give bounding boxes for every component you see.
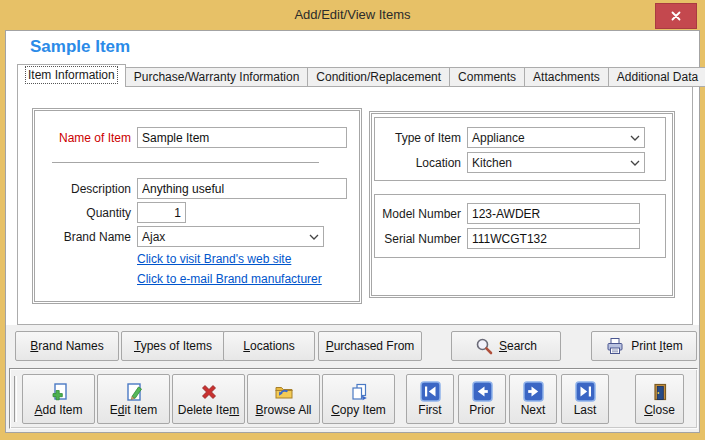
type-of-item-value: Appliance [472,131,630,145]
model-number-label: Model Number [375,207,467,221]
name-of-item-input[interactable] [137,127,347,148]
item-classification-groupbox: Type of Item Appliance Location Kitchen [369,111,675,298]
dialog-window: Add/Edit/View Items Sample Item Item Inf… [0,0,705,440]
quantity-input[interactable] [137,202,186,223]
browse-all-button[interactable]: Browse All [247,374,320,424]
serial-number-label: Serial Number [375,232,467,246]
edit-item-button[interactable]: Edit Item [97,374,170,424]
first-record-button[interactable]: First [406,374,454,424]
tab-purchase-warranty-information[interactable]: Purchase/Warranty Information [125,67,309,87]
brand-name-row: Brand Name Ajax [35,226,359,247]
tab-additional-data[interactable]: Additional Data [608,67,705,87]
quantity-label: Quantity [35,206,137,220]
tab-item-information[interactable]: Item Information [17,64,126,87]
nav-prior-icon [472,381,493,402]
brand-email-link[interactable]: Click to e-mail Brand manufacturer [137,272,322,286]
item-title-heading: Sample Item [30,37,130,57]
tab-label: Item Information [26,67,117,83]
button-label: Locations [243,339,294,353]
nav-first-icon [420,381,441,402]
lower-button-zone: Brand Names Types of Items Locations Pur… [6,325,699,432]
tab-label: Additional Data [617,70,698,84]
button-label: Brand Names [30,339,103,353]
tab-attachments[interactable]: Attachments [524,67,609,87]
model-number-input[interactable] [467,203,640,224]
prior-record-button[interactable]: Prior [458,374,506,424]
serial-number-input[interactable] [467,228,640,249]
titlebar: Add/Edit/View Items [0,0,705,30]
copy-pages-icon [349,382,369,402]
chevron-down-icon [630,160,640,166]
search-button[interactable]: Search [451,331,561,361]
types-of-items-button[interactable]: Types of Items [121,331,225,361]
close-x-icon [670,10,682,22]
button-label: Prior [469,404,494,417]
window-close-button[interactable] [655,3,697,29]
name-of-item-row: Name of Item [35,127,359,148]
location-value: Kitchen [472,156,630,170]
serial-number-row: Serial Number [375,228,665,249]
brand-website-link[interactable]: Click to visit Brand's web site [137,252,291,266]
locations-button[interactable]: Locations [223,331,315,361]
tab-comments[interactable]: Comments [449,67,525,87]
location-label: Location [375,156,467,170]
button-label: Last [574,404,597,417]
copy-item-button[interactable]: Copy Item [322,374,395,424]
toolbar-gripper[interactable] [14,376,17,422]
window-title: Add/Edit/View Items [294,7,410,22]
description-input[interactable] [137,178,347,199]
close-button[interactable]: Close [635,374,684,424]
brand-names-button[interactable]: Brand Names [15,331,119,361]
button-label: Print Item [631,339,682,353]
button-label: Edit Item [110,404,157,417]
last-record-button[interactable]: Last [561,374,609,424]
model-serial-panel: Model Number Serial Number [374,194,666,258]
add-item-button[interactable]: Add Item [22,374,95,424]
print-item-button[interactable]: Print Item [591,331,697,361]
button-label: Purchased From [326,339,415,353]
dialog-client: Sample Item Item Information Purchase/Wa… [5,30,700,433]
purchased-from-button[interactable]: Purchased From [318,331,422,361]
chevron-down-icon [309,234,319,240]
chevron-down-icon [630,135,640,141]
tab-label: Attachments [533,70,600,84]
button-label: Search [499,339,537,353]
search-icon [475,337,493,355]
delete-item-button[interactable]: Delete Item [172,374,245,424]
tab-label: Purchase/Warranty Information [134,70,300,84]
button-label: Delete Item [178,404,239,417]
door-icon [650,382,670,402]
tab-label: Condition/Replacement [316,70,441,84]
delete-x-icon [199,382,219,402]
description-label: Description [35,182,137,196]
next-record-button[interactable]: Next [509,374,557,424]
brand-name-value: Ajax [142,230,309,244]
button-label: Add Item [34,404,82,417]
tab-condition-replacement[interactable]: Condition/Replacement [307,67,450,87]
button-label: Types of Items [134,339,212,353]
brand-name-label: Brand Name [35,230,137,244]
nav-last-icon [575,381,596,402]
type-of-item-label: Type of Item [375,131,467,145]
edit-pencil-icon [124,382,144,402]
nav-next-icon [523,381,544,402]
button-label: Copy Item [331,404,386,417]
record-toolbar-panel: Add Item Edit Item Delete Item Browse Al… [9,368,698,429]
button-label: Close [644,404,675,417]
quantity-row: Quantity [35,202,359,223]
button-label: Next [521,404,546,417]
location-dropdown[interactable]: Kitchen [467,152,645,173]
tab-label: Comments [458,70,516,84]
button-label: Browse All [255,404,311,417]
description-row: Description [35,178,359,199]
printer-icon [605,336,625,356]
type-of-item-row: Type of Item Appliance [375,127,665,148]
name-of-item-label: Name of Item [35,131,137,145]
brand-name-dropdown[interactable]: Ajax [137,226,324,247]
button-label: First [418,404,441,417]
type-location-panel: Type of Item Appliance Location Kitchen [374,117,666,181]
type-of-item-dropdown[interactable]: Appliance [467,127,645,148]
location-row: Location Kitchen [375,152,665,173]
model-number-row: Model Number [375,203,665,224]
browse-folder-icon [274,382,294,402]
